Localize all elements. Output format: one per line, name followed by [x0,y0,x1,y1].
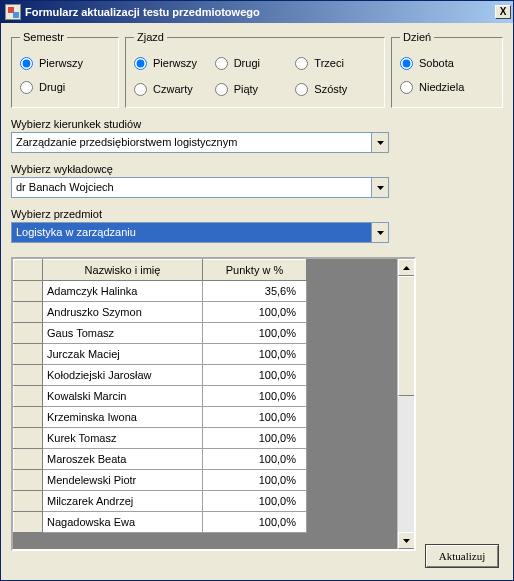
table-row[interactable]: Kurek Tomasz100,0% [14,428,307,449]
radio-zjazd-trzeci[interactable]: Trzeci [295,51,376,75]
row-header[interactable] [14,428,43,449]
row-header[interactable] [14,407,43,428]
select-wykladowca[interactable]: dr Banach Wojciech [11,177,389,198]
row-header[interactable] [14,386,43,407]
grid-table: Nazwisko i imię Punkty w % Adamczyk Hali… [13,259,307,533]
row-header[interactable] [14,491,43,512]
row-header[interactable] [14,512,43,533]
cell-name[interactable]: Kowalski Marcin [43,386,203,407]
cell-points[interactable]: 100,0% [203,512,307,533]
scroll-thumb[interactable] [398,276,415,396]
data-grid: Nazwisko i imię Punkty w % Adamczyk Hali… [11,257,416,551]
titlebar: Formularz aktualizacji testu przedmiotow… [1,1,513,23]
select-kierunek[interactable]: Zarządzanie przedsiębiorstwem logistyczn… [11,132,389,153]
radio-zjazd-szosty[interactable]: Szósty [295,77,376,101]
cell-points[interactable]: 100,0% [203,302,307,323]
radio-zjazd-pierwszy[interactable]: Pierwszy [134,51,215,75]
cell-points[interactable]: 100,0% [203,470,307,491]
radio-label: Trzeci [314,57,344,69]
radio-semestr-drugi[interactable]: Drugi [20,75,65,99]
radio-input[interactable] [400,57,413,70]
radio-dzien-sobota[interactable]: Sobota [400,51,454,75]
cell-name[interactable]: Kołodziejski Jarosław [43,365,203,386]
cell-name[interactable]: Krzeminska Iwona [43,407,203,428]
content: Semestr Pierwszy Drugi Zjazd Pierwszy Dr… [1,23,513,580]
window: Formularz aktualizacji testu przedmiotow… [0,0,514,581]
cell-name[interactable]: Adamczyk Halinka [43,281,203,302]
table-row[interactable]: Gaus Tomasz100,0% [14,323,307,344]
label-przedmiot: Wybierz przedmiot [11,208,503,220]
table-row[interactable]: Adamczyk Halinka35,6% [14,281,307,302]
cell-name[interactable]: Kurek Tomasz [43,428,203,449]
table-row[interactable]: Milczarek Andrzej100,0% [14,491,307,512]
chevron-down-icon[interactable] [371,178,388,197]
radio-label: Pierwszy [153,57,197,69]
table-row[interactable]: Andruszko Szymon100,0% [14,302,307,323]
chevron-down-icon[interactable] [371,133,388,152]
radio-dzien-niedziela[interactable]: Niedziela [400,75,464,99]
cell-points[interactable]: 100,0% [203,365,307,386]
cell-name[interactable]: Maroszek Beata [43,449,203,470]
radio-label: Szósty [314,83,347,95]
window-title: Formularz aktualizacji testu przedmiotow… [25,6,495,18]
update-button[interactable]: Aktualizuj [425,544,499,568]
cell-name[interactable]: Nagadowska Ewa [43,512,203,533]
radio-input[interactable] [20,81,33,94]
app-icon [5,4,21,20]
scroll-down-button[interactable] [398,532,415,549]
cell-points[interactable]: 100,0% [203,386,307,407]
radio-zjazd-piaty[interactable]: Piąty [215,77,296,101]
cell-points[interactable]: 100,0% [203,344,307,365]
table-row[interactable]: Kołodziejski Jarosław100,0% [14,365,307,386]
radio-semestr-pierwszy[interactable]: Pierwszy [20,51,83,75]
cell-name[interactable]: Gaus Tomasz [43,323,203,344]
table-row[interactable]: Maroszek Beata100,0% [14,449,307,470]
radio-zjazd-czwarty[interactable]: Czwarty [134,77,215,101]
legend-semestr: Semestr [20,31,67,43]
row-header[interactable] [14,323,43,344]
table-row[interactable]: Kowalski Marcin100,0% [14,386,307,407]
table-row[interactable]: Nagadowska Ewa100,0% [14,512,307,533]
vertical-scrollbar[interactable] [397,259,414,549]
row-header[interactable] [14,449,43,470]
row-header[interactable] [14,470,43,491]
select-kierunek-value: Zarządzanie przedsiębiorstwem logistyczn… [12,133,371,152]
cell-points[interactable]: 35,6% [203,281,307,302]
table-row[interactable]: Mendelewski Piotr100,0% [14,470,307,491]
select-przedmiot-value: Logistyka w zarządzaniu [12,223,371,242]
select-wykladowca-value: dr Banach Wojciech [12,178,371,197]
svg-marker-0 [377,141,384,145]
cell-name[interactable]: Andruszko Szymon [43,302,203,323]
cell-name[interactable]: Jurczak Maciej [43,344,203,365]
row-header[interactable] [14,302,43,323]
select-przedmiot[interactable]: Logistyka w zarządzaniu [11,222,389,243]
table-row[interactable]: Krzeminska Iwona100,0% [14,407,307,428]
table-row[interactable]: Jurczak Maciej100,0% [14,344,307,365]
radio-input[interactable] [400,81,413,94]
cell-points[interactable]: 100,0% [203,323,307,344]
radio-input[interactable] [134,57,147,70]
radio-input[interactable] [215,57,228,70]
cell-points[interactable]: 100,0% [203,491,307,512]
radio-input[interactable] [295,83,308,96]
chevron-down-icon[interactable] [371,223,388,242]
col-header-points[interactable]: Punkty w % [203,260,307,281]
cell-points[interactable]: 100,0% [203,407,307,428]
radio-input[interactable] [295,57,308,70]
cell-name[interactable]: Milczarek Andrzej [43,491,203,512]
svg-marker-4 [403,539,410,543]
radio-input[interactable] [20,57,33,70]
row-header[interactable] [14,281,43,302]
radio-label: Sobota [419,57,454,69]
cell-name[interactable]: Mendelewski Piotr [43,470,203,491]
radio-zjazd-drugi[interactable]: Drugi [215,51,296,75]
radio-input[interactable] [215,83,228,96]
cell-points[interactable]: 100,0% [203,449,307,470]
row-header[interactable] [14,344,43,365]
row-header[interactable] [14,365,43,386]
scroll-up-button[interactable] [398,259,415,276]
radio-input[interactable] [134,83,147,96]
close-button[interactable]: X [495,5,511,19]
col-header-name[interactable]: Nazwisko i imię [43,260,203,281]
cell-points[interactable]: 100,0% [203,428,307,449]
